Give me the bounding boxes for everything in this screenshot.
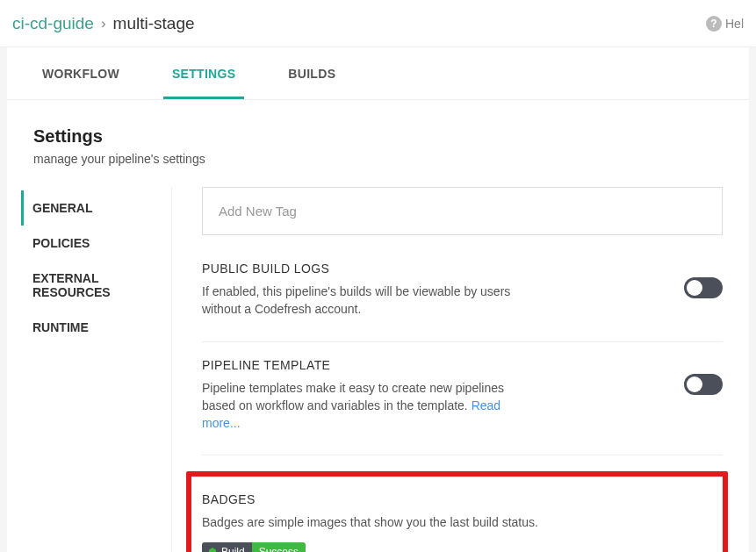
section-public-build-logs: PUBLIC BUILD LOGS If enabled, this pipel… [202,262,723,342]
tab-settings[interactable]: SETTINGS [163,47,244,99]
breadcrumb: ci-cd-guide › multi-stage [12,14,195,33]
settings-page: Settings manage your pipeline's settings… [7,100,749,552]
section-pipeline-template: PIPELINE TEMPLATE Pipeline templates mak… [202,358,723,456]
help-link[interactable]: ? Hel [706,16,744,32]
tab-builds[interactable]: BUILDS [279,47,344,99]
codefresh-logo-icon [207,547,218,552]
section-description: Badges are simple images that show you t… [202,513,712,531]
settings-sidenav: GENERAL POLICIES EXTERNAL RESOURCES RUNT… [7,187,172,552]
section-description: Pipeline templates make it easy to creat… [202,379,518,433]
tab-bar: WORKFLOW SETTINGS BUILDS [7,47,749,100]
section-title: BADGES [202,492,712,506]
breadcrumb-parent[interactable]: ci-cd-guide [12,14,94,33]
help-icon: ? [706,16,722,32]
badge-build-label: Build [221,546,245,552]
section-title: PUBLIC BUILD LOGS [202,262,723,276]
section-description: If enabled, this pipeline's builds will … [202,283,518,319]
public-logs-toggle[interactable] [684,277,723,298]
sidenav-item-external-resources[interactable]: EXTERNAL RESOURCES [21,261,171,310]
badge-status-label: Success [252,542,306,552]
badges-highlight-frame: BADGES Badges are simple images that sho… [186,471,728,552]
page-title: Settings [33,126,723,147]
sidenav-item-general[interactable]: GENERAL [21,190,171,226]
breadcrumb-current: multi-stage [113,14,195,33]
pipeline-template-toggle[interactable] [684,374,723,395]
help-label: Hel [725,17,744,31]
section-title: PIPELINE TEMPLATE [202,358,723,372]
tab-workflow[interactable]: WORKFLOW [33,47,128,99]
sidenav-item-policies[interactable]: POLICIES [21,226,171,261]
build-status-badge[interactable]: Build Success [202,542,306,552]
chevron-right-icon: › [101,15,106,32]
add-tag-input[interactable] [202,187,723,235]
page-subtitle: manage your pipeline's settings [33,152,723,166]
settings-main: PUBLIC BUILD LOGS If enabled, this pipel… [172,187,723,552]
content-panel: WORKFLOW SETTINGS BUILDS Settings manage… [7,47,749,552]
settings-body: GENERAL POLICIES EXTERNAL RESOURCES RUNT… [33,187,723,552]
badge-left: Build [202,542,252,552]
template-desc-text: Pipeline templates make it easy to creat… [202,381,504,412]
top-header: ci-cd-guide › multi-stage ? Hel [0,0,756,47]
sidenav-item-runtime[interactable]: RUNTIME [21,310,171,345]
